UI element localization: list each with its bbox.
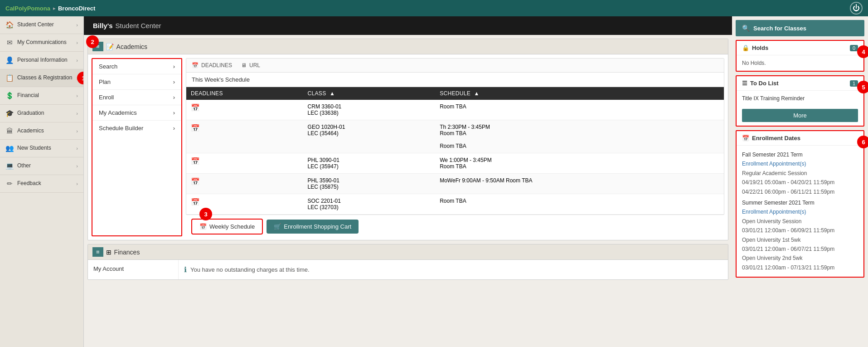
enroll-date-2: 04/22/21 06:00pm - 06/11/21 11:59pm — [742, 189, 834, 195]
more-button[interactable]: More — [742, 109, 858, 122]
calendar-icon: 📅 — [742, 135, 749, 142]
sidebar-item-classes-reg[interactable]: 📋 Classes & Registration › 1 — [0, 69, 83, 87]
dropdown-enroll[interactable]: Enroll › — [92, 90, 181, 105]
deadlines-tool[interactable]: 📅 DEADLINES — [192, 62, 232, 68]
col-deadlines: DEADLINES — [186, 87, 303, 100]
enroll-session-2nd5wk: Open University 2nd 5wk — [742, 255, 802, 261]
main-layout: 🏠 Student Center › ✉ My Communications ›… — [0, 16, 868, 347]
dropdown-plan[interactable]: Plan › — [92, 74, 181, 90]
weekly-schedule-button[interactable]: 📅 Weekly Schedule — [191, 219, 263, 235]
info-icon: ℹ — [184, 265, 187, 274]
sidebar-label-student-center: Student Center — [17, 21, 73, 29]
sidebar-item-financial[interactable]: 💲 Financial › — [0, 87, 83, 105]
table-row: 📅 SOC 2201-01 LEC (32703) Room TBA — [186, 194, 724, 215]
sidebar-item-academics[interactable]: 🏛 Academics › — [0, 122, 83, 140]
logo: CalPolyPomona ▸ BroncoDirect — [5, 5, 95, 12]
brand2: BroncoDirect — [58, 5, 95, 12]
page-student-name: Billy's — [93, 22, 113, 29]
dropdown-search[interactable]: Search › — [92, 59, 181, 74]
sidebar-item-student-center[interactable]: 🏠 Student Center › — [0, 16, 83, 34]
enroll-appt-link-fall[interactable]: Enrollment Appointment(s) — [742, 161, 806, 167]
graduation-icon: 🎓 — [5, 109, 14, 117]
row-deadline-icon: 📅 — [186, 120, 303, 153]
sidebar-item-graduation[interactable]: 🎓 Graduation › — [0, 105, 83, 122]
enrollment-shopping-cart-button[interactable]: 🛒 Enrollment Shopping Cart — [267, 220, 359, 234]
holds-card-header: 🔒 Holds 0 — [737, 41, 863, 55]
enroll-session-open: Open University Session — [742, 218, 801, 225]
annotation-1: 1 — [77, 72, 84, 84]
sort-arrow-schedule: ▲ — [474, 90, 480, 97]
chevron-icon: › — [76, 128, 78, 134]
todo-footer: More — [737, 109, 863, 126]
sidebar-label-personal-info: Personal Information — [17, 57, 73, 64]
info-message: You have no outstanding charges at this … — [190, 266, 310, 273]
deadlines-label: DEADLINES — [201, 62, 232, 68]
sidebar-label-graduation: Graduation — [17, 110, 73, 117]
col-schedule: SCHEDULE ▲ — [435, 87, 724, 100]
url-tool[interactable]: 🖥 URL — [241, 62, 260, 68]
col-class: CLASS ▲ — [303, 87, 436, 100]
list-icon: 📋 — [5, 74, 14, 82]
finances-title-icon: ⊞ — [106, 249, 112, 256]
sidebar-item-feedback[interactable]: ✏ Feedback › — [0, 175, 83, 193]
enroll-date-1: 04/19/21 05:00am - 04/20/21 11:59pm — [742, 179, 834, 186]
search-classes-button[interactable]: 🔍 Search for Classes — [736, 20, 864, 36]
sidebar-item-other[interactable]: 💻 Other › — [0, 157, 83, 175]
row-deadline-icon: 📅 — [186, 153, 303, 174]
chevron-icon: › — [76, 146, 78, 151]
enroll-appt-link-summer[interactable]: Enrollment Appointment(s) — [742, 209, 806, 215]
monitor-icon: 🖥 — [241, 62, 247, 68]
hamburger-icon: ≡ — [96, 43, 100, 50]
page-subtitle: Student Center — [116, 22, 161, 29]
page-title-bar: Billy's Student Center — [84, 16, 732, 35]
academics-icon: 🏛 — [5, 127, 14, 135]
enrollment-dates-label: Enrollment Dates — [752, 135, 800, 142]
chevron-icon: › — [76, 22, 78, 28]
sidebar-item-my-communications[interactable]: ✉ My Communications › — [0, 34, 83, 52]
row-class: PHL 3590-01 LEC (35875) — [303, 174, 436, 194]
dropdown-chevron: › — [173, 109, 175, 116]
info-panel: ℹ You have no outstanding charges at thi… — [179, 260, 728, 279]
chevron-icon: › — [76, 93, 78, 98]
holds-body: No Holds. — [737, 55, 863, 71]
dollar-icon: 💲 — [5, 92, 14, 100]
finances-menu-button[interactable]: ≡ — [92, 247, 103, 257]
power-button[interactable]: ⏻ — [850, 2, 863, 15]
dropdown-chevron: › — [173, 63, 175, 70]
sidebar-item-personal-info[interactable]: 👤 Personal Information › — [0, 52, 83, 69]
row-schedule: MoWeFr 9:00AM - 9:50AM Room TBA — [435, 174, 724, 194]
section-footer: 📅 Weekly Schedule 🛒 Enrollment Shopping … — [186, 215, 724, 240]
enroll-session-1st5wk: Open University 1st 5wk — [742, 237, 800, 243]
enroll-term-fall: Fall Semester 2021 Term — [742, 150, 858, 159]
chevron-icon: › — [76, 75, 78, 81]
todo-card: ☰ To Do List 1 Title IX Training Reminde… — [736, 75, 864, 127]
table-row: 📅 PHL 3590-01 LEC (35875) MoWeFr 9:00AM … — [186, 174, 724, 194]
calendar-icon: 📅 — [199, 223, 207, 230]
finances-section-header: ≡ ⊞ Finances — [88, 244, 728, 260]
table-row: 📅 GEO 1020H-01 LEC (35464) Th 2:30PM - 3… — [186, 120, 724, 153]
person-icon: 👤 — [5, 56, 14, 64]
row-schedule: We 1:00PM - 3:45PM Room TBA — [435, 153, 724, 174]
finances-body: My Account ℹ You have no outstanding cha… — [88, 260, 728, 279]
row-schedule: Room TBA — [435, 100, 724, 120]
list-icon: ☰ — [742, 80, 747, 87]
row-class: PHL 3090-01 LEC (35947) — [303, 153, 436, 174]
enrollment-dates-title: 📅 Enrollment Dates — [742, 135, 800, 142]
schedule-container: 📅 DEADLINES 🖥 URL This Week's Schedule — [186, 54, 728, 240]
sidebar: 🏠 Student Center › ✉ My Communications ›… — [0, 16, 84, 347]
chevron-icon: › — [76, 58, 78, 63]
table-row: 📅 PHL 3090-01 LEC (35947) We 1:00PM - 3:… — [186, 153, 724, 174]
row-class: GEO 1020H-01 LEC (35464) — [303, 120, 436, 153]
dropdown-schedule-builder[interactable]: Schedule Builder › — [92, 121, 181, 136]
enrollment-dates-card: 📅 Enrollment Dates Fall Semester 2021 Te… — [736, 130, 864, 278]
finances-section-title: Finances — [114, 249, 140, 256]
holds-title: 🔒 Holds — [742, 44, 768, 51]
sidebar-item-new-students[interactable]: 👥 New Students › — [0, 140, 83, 157]
todo-badge: 1 — [850, 80, 858, 87]
enroll-date-4: 03/01/21 12:00am - 06/07/21 11:59pm — [742, 246, 834, 252]
enrollment-dates-body: Fall Semester 2021 Term Enrollment Appoi… — [737, 146, 863, 277]
enroll-session-regular: Regular Academic Session — [742, 170, 807, 176]
academics-menu-button[interactable]: ≡ 2 — [92, 42, 103, 51]
chevron-icon: › — [76, 163, 78, 169]
dropdown-my-academics[interactable]: My Academics › — [92, 105, 181, 121]
